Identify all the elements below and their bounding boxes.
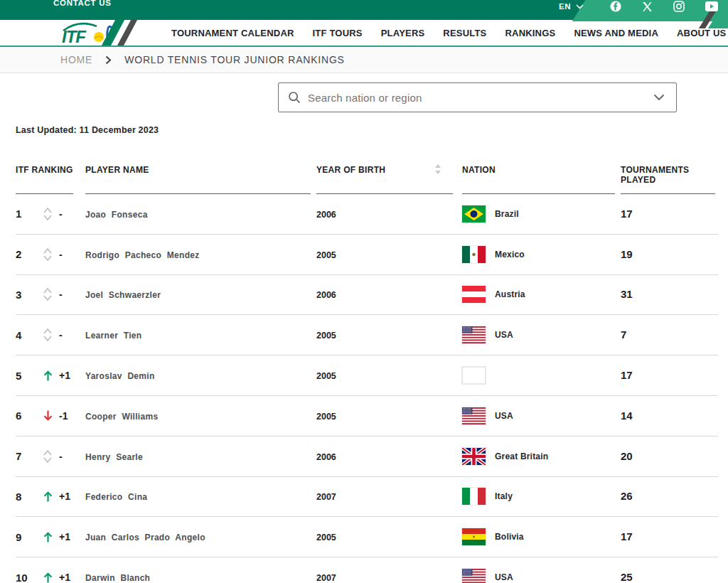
table-row: 4 - Learner Tien 2005 USA 7	[16, 315, 718, 355]
year-of-birth-value: 2005	[316, 412, 336, 422]
year-of-birth-value: 2005	[316, 371, 336, 381]
movement-none-icon	[41, 287, 54, 302]
rank-value: 4	[16, 329, 41, 341]
tournaments-cell: 20	[621, 450, 718, 463]
player-name-link[interactable]: Federico Cina	[85, 492, 147, 502]
chevron-down-icon[interactable]	[653, 94, 665, 101]
rank-cell: 10 +1	[16, 572, 85, 583]
player-name-link[interactable]: Learner Tien	[85, 331, 141, 341]
rank-value: 2	[16, 248, 41, 260]
player-name-link[interactable]: Rodrigo Pacheco Mendez	[85, 250, 200, 260]
nation-flag-icon	[462, 246, 486, 263]
movement-value: +1	[59, 531, 70, 542]
player-name-link[interactable]: Yaroslav Demin	[85, 371, 155, 381]
player-name-link[interactable]: Henry Searle	[85, 452, 143, 462]
column-header-year-of-birth[interactable]: YEAR OF BIRTH	[316, 165, 453, 194]
year-of-birth-value: 2006	[316, 452, 336, 462]
nation-name: Brazil	[495, 209, 519, 219]
movement-none-icon	[41, 247, 54, 262]
rank-value: 5	[16, 370, 41, 382]
player-name-link[interactable]: Darwin Blanch	[85, 573, 150, 583]
tournaments-played-value: 7	[621, 328, 626, 341]
movement-none-icon	[41, 206, 54, 222]
tournaments-played-value: 17	[621, 369, 633, 381]
movement-up-icon	[41, 531, 54, 543]
facebook-icon[interactable]	[610, 1, 621, 12]
main-navbar: ITF TOURNAMENT CALENDARITF TOURSPLAYERSR…	[0, 20, 728, 47]
nav-item-itf-tours[interactable]: ITF TOURS	[313, 28, 363, 38]
nation-flag-icon	[462, 205, 486, 223]
year-of-birth-value: 2005	[316, 250, 336, 260]
rank-value: 8	[16, 491, 41, 503]
tournaments-cell: 17	[621, 530, 718, 543]
nation-name: Great Britain	[495, 451, 548, 461]
nav-item-about-us[interactable]: ABOUT US	[677, 28, 727, 38]
rank-cell: 4 -	[16, 327, 85, 343]
language-selector[interactable]: EN	[559, 2, 584, 11]
rank-value: 3	[16, 289, 41, 301]
rank-cell: 2 -	[16, 247, 85, 262]
last-updated-label: Last Updated: 11 December 2023	[16, 125, 728, 135]
nation-flag-icon	[462, 448, 486, 465]
nation-name: Italy	[495, 491, 513, 501]
year-cell: 2005	[316, 530, 462, 543]
movement-none-icon	[41, 327, 54, 343]
nation-name: USA	[495, 572, 513, 582]
player-cell: Learner Tien	[85, 328, 316, 341]
nation-flag-icon	[462, 528, 486, 545]
nation-cell	[462, 367, 621, 384]
youtube-icon[interactable]	[705, 1, 718, 11]
nation-cell: Austria	[462, 286, 621, 303]
rank-value: 10	[16, 572, 41, 583]
player-name-link[interactable]: Joel Schwaerzler	[85, 290, 161, 300]
player-name-link[interactable]: Joao Fonseca	[85, 210, 148, 220]
year-cell: 2007	[316, 490, 462, 503]
tournaments-cell: 25	[621, 571, 718, 583]
nav-item-news-and-media[interactable]: NEWS AND MEDIA	[574, 28, 658, 38]
player-cell: Cooper Williams	[85, 410, 316, 422]
column-header-itf-ranking: ITF RANKING	[16, 165, 73, 194]
sort-icon[interactable]	[434, 164, 441, 177]
main-content: Last Updated: 11 December 2023 ITF RANKI…	[0, 82, 728, 583]
nav-item-results[interactable]: RESULTS	[443, 28, 486, 38]
nav-item-rankings[interactable]: RANKINGS	[505, 28, 555, 38]
nation-cell: Italy	[462, 488, 621, 505]
tournaments-played-value: 19	[621, 248, 633, 260]
player-name-link[interactable]: Cooper Williams	[85, 412, 158, 422]
nation-name: Austria	[495, 289, 525, 299]
player-cell: Juan Carlos Prado Angelo	[85, 530, 316, 543]
chevron-down-icon	[576, 4, 584, 9]
movement-value: +1	[59, 572, 70, 583]
tournaments-cell: 17	[621, 369, 718, 382]
contact-us-link[interactable]: CONTACT US	[53, 0, 112, 7]
x-icon[interactable]	[642, 1, 653, 12]
rank-cell: 7 -	[16, 449, 85, 464]
rank-cell: 8 +1	[16, 491, 85, 503]
nav-item-players[interactable]: PLAYERS	[381, 28, 425, 38]
nation-flag-icon	[462, 407, 486, 424]
movement-value: -	[59, 249, 63, 260]
table-row: 1 - Joao Fonseca 2006 Brazil 17	[16, 194, 718, 235]
breadcrumb-current: WORLD TENNIS TOUR JUNIOR RANKINGS	[124, 54, 345, 65]
nation-flag-icon	[462, 326, 486, 343]
movement-up-icon	[41, 370, 54, 382]
year-of-birth-value: 2006	[316, 290, 336, 300]
rank-value: 6	[16, 410, 41, 422]
player-name-link[interactable]: Juan Carlos Prado Angelo	[85, 533, 205, 542]
topbar: CONTACT US EN	[0, 0, 728, 20]
year-of-birth-value: 2005	[316, 331, 336, 341]
table-row: 7 - Henry Searle 2006 Great Britain 20	[16, 437, 718, 477]
instagram-icon[interactable]	[673, 1, 685, 12]
rank-cell: 6 -1	[16, 410, 85, 422]
nation-search-dropdown[interactable]	[278, 82, 677, 112]
search-icon	[288, 91, 301, 104]
table-row: 10 +1 Darwin Blanch 2007 USA 25	[16, 557, 718, 583]
movement-value: -1	[59, 410, 68, 422]
search-input[interactable]	[308, 92, 646, 104]
tournaments-played-value: 14	[621, 410, 633, 422]
nav-item-tournament-calendar[interactable]: TOURNAMENT CALENDAR	[171, 28, 294, 38]
player-cell: Henry Searle	[85, 450, 316, 463]
year-cell: 2006	[316, 288, 462, 301]
table-row: 6 -1 Cooper Williams 2005 USA 14	[16, 396, 718, 437]
breadcrumb-home-link[interactable]: HOME	[60, 54, 92, 65]
